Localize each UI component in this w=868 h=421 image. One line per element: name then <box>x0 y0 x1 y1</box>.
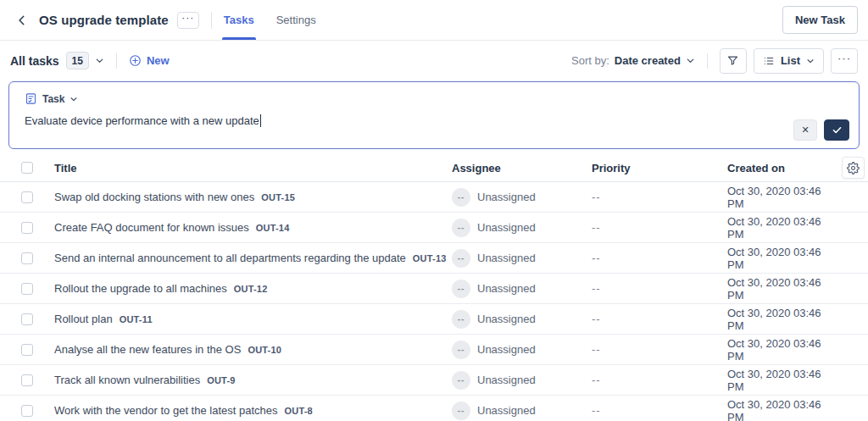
new-item-link[interactable]: New <box>129 54 170 67</box>
row-checkbox[interactable] <box>21 405 33 417</box>
priority-value[interactable]: -- <box>592 252 727 264</box>
table-row[interactable]: Analyse all the new features in the OS O… <box>0 335 868 365</box>
column-header-created-on[interactable]: Created on <box>727 162 837 174</box>
assignee-label[interactable]: Unassigned <box>477 404 536 417</box>
created-on-value: Oct 30, 2020 03:46 PM <box>727 215 837 241</box>
view-mode-dropdown[interactable]: List <box>754 48 824 74</box>
toolbar-more-button[interactable]: ··· <box>831 48 858 74</box>
row-checkbox[interactable] <box>21 374 33 386</box>
row-checkbox[interactable] <box>21 191 33 203</box>
created-on-value: Oct 30, 2020 03:46 PM <box>727 337 837 363</box>
new-task-button[interactable]: New Task <box>782 6 858 34</box>
assignee-label[interactable]: Unassigned <box>477 313 536 325</box>
created-on-value: Oct 30, 2020 03:46 PM <box>727 307 837 332</box>
assignee-label[interactable]: Unassigned <box>477 191 536 203</box>
assignee-label[interactable]: Unassigned <box>477 374 536 386</box>
task-title[interactable]: Create FAQ document for known issues <box>54 221 249 234</box>
row-checkbox[interactable] <box>21 222 33 234</box>
task-id: OUT-11 <box>120 314 153 324</box>
task-title[interactable]: Swap old docking stations with new ones <box>54 191 254 203</box>
new-item-label: New <box>147 54 170 67</box>
task-count-badge: 15 <box>66 52 89 69</box>
created-on-value: Oct 30, 2020 03:46 PM <box>727 398 837 421</box>
task-title[interactable]: Work with the vendor to get the latest p… <box>54 404 278 417</box>
task-title[interactable]: Rollout plan <box>54 313 113 325</box>
table-row[interactable]: Rollout plan OUT-11 -- Unassigned -- Oct… <box>0 304 868 335</box>
filter-funnel-icon <box>726 54 739 67</box>
text-cursor <box>260 114 261 127</box>
view-selector-label[interactable]: All tasks <box>10 54 59 68</box>
task-title[interactable]: Analyse all the new features in the OS <box>54 343 241 356</box>
column-header-title[interactable]: Title <box>54 162 452 174</box>
table-row[interactable]: Create FAQ document for known issues OUT… <box>0 213 868 243</box>
assignee-label[interactable]: Unassigned <box>477 343 536 356</box>
row-checkbox[interactable] <box>21 344 33 356</box>
plus-circle-icon <box>129 54 142 67</box>
checkmark-icon <box>832 125 843 136</box>
row-checkbox[interactable] <box>21 252 33 264</box>
tab-tasks[interactable]: Tasks <box>224 0 254 40</box>
column-header-priority[interactable]: Priority <box>592 162 727 174</box>
toolbar-divider <box>707 53 708 69</box>
assignee-label[interactable]: Unassigned <box>477 252 536 264</box>
table-row[interactable]: Swap old docking stations with new ones … <box>0 182 868 213</box>
table-row[interactable]: Rollout the upgrade to all machines OUT-… <box>0 274 868 304</box>
confirm-button[interactable] <box>824 119 849 141</box>
row-checkbox[interactable] <box>21 313 33 325</box>
priority-value[interactable]: -- <box>592 404 727 417</box>
column-settings-button[interactable] <box>842 157 865 179</box>
tab-settings[interactable]: Settings <box>276 0 316 40</box>
table-row[interactable]: Send an internal announcement to all dep… <box>0 243 868 274</box>
tab-bar: Tasks Settings <box>224 0 316 40</box>
created-on-value: Oct 30, 2020 03:46 PM <box>727 185 837 210</box>
created-on-value: Oct 30, 2020 03:46 PM <box>727 368 837 393</box>
task-id: OUT-13 <box>413 253 447 263</box>
chevron-down-icon <box>70 95 78 103</box>
task-title-input-value: Evaluate device performance with a new u… <box>25 114 259 127</box>
priority-value[interactable]: -- <box>592 221 727 234</box>
task-title[interactable]: Rollout the upgrade to all machines <box>54 282 227 295</box>
task-title-input[interactable]: Evaluate device performance with a new u… <box>25 114 843 127</box>
filter-button[interactable] <box>720 48 747 74</box>
project-more-button[interactable]: ··· <box>177 12 199 29</box>
chevron-down-icon <box>806 57 815 65</box>
task-rows: Swap old docking stations with new ones … <box>0 182 868 421</box>
assignee-label[interactable]: Unassigned <box>477 221 536 234</box>
created-on-value: Oct 30, 2020 03:46 PM <box>727 246 837 271</box>
header-divider <box>211 12 212 29</box>
task-document-icon <box>25 92 37 105</box>
task-title[interactable]: Track all known vulnerabilities <box>54 374 200 386</box>
assignee-avatar: -- <box>452 402 470 420</box>
priority-value[interactable]: -- <box>592 282 727 295</box>
assignee-avatar: -- <box>452 188 470 207</box>
assignee-avatar: -- <box>452 371 470 390</box>
row-checkbox[interactable] <box>21 283 33 295</box>
select-all-checkbox[interactable] <box>21 162 33 174</box>
priority-value[interactable]: -- <box>592 343 727 356</box>
assignee-avatar: -- <box>452 280 470 298</box>
task-id: OUT-12 <box>234 284 268 294</box>
list-icon <box>763 55 775 67</box>
cancel-button[interactable]: ✕ <box>793 119 817 141</box>
table-row[interactable]: Work with the vendor to get the latest p… <box>0 396 868 421</box>
table-header: Title Assignee Priority Created on <box>0 154 868 182</box>
sort-by-value: Date created <box>615 54 681 67</box>
back-button[interactable] <box>12 10 32 30</box>
view-dropdown-button[interactable] <box>95 56 104 65</box>
item-type-dropdown[interactable]: Task <box>25 92 843 105</box>
chevron-down-icon <box>686 56 695 65</box>
task-title[interactable]: Send an internal announcement to all dep… <box>54 252 406 264</box>
sort-by-label: Sort by: <box>571 54 609 67</box>
created-on-value: Oct 30, 2020 03:46 PM <box>727 276 837 302</box>
assignee-label[interactable]: Unassigned <box>477 282 536 295</box>
table-row[interactable]: Track all known vulnerabilities OUT-9 --… <box>0 365 868 396</box>
assignee-avatar: -- <box>452 219 470 237</box>
toolbar-divider <box>116 53 117 69</box>
priority-value[interactable]: -- <box>592 313 727 325</box>
sort-by-dropdown[interactable]: Sort by: Date created <box>571 54 695 67</box>
priority-value[interactable]: -- <box>592 374 727 386</box>
view-mode-label: List <box>781 54 800 67</box>
column-header-assignee[interactable]: Assignee <box>452 162 592 174</box>
priority-value[interactable]: -- <box>592 191 727 203</box>
chevron-down-icon <box>95 56 104 65</box>
